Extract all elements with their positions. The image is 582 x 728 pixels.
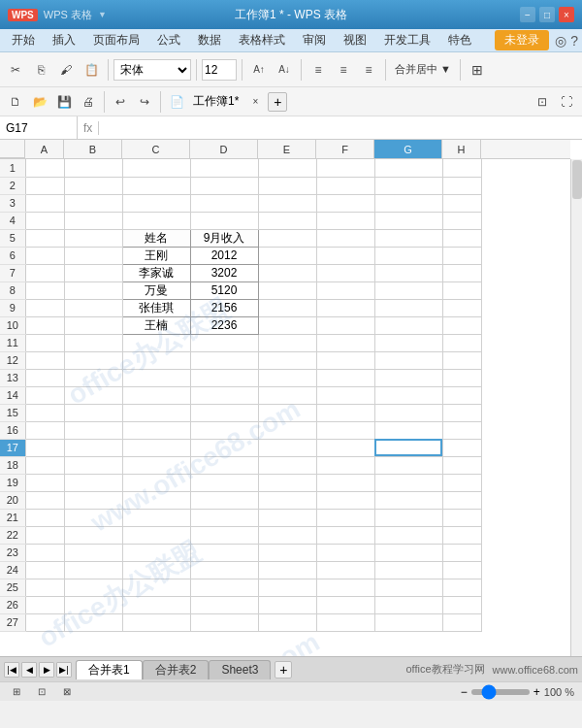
dropdown-icon[interactable]: ▼ (98, 10, 107, 19)
cell-G13[interactable] (374, 369, 442, 386)
cell-C22[interactable] (122, 526, 190, 544)
cell-H6[interactable] (442, 247, 481, 264)
cell-H7[interactable] (442, 264, 481, 281)
cell-H22[interactable] (442, 526, 481, 544)
cell-H15[interactable] (442, 404, 481, 421)
row-num-8[interactable]: 8 (0, 281, 25, 299)
font-grow-button[interactable]: A↑ (247, 58, 271, 82)
cell-A22[interactable] (25, 526, 64, 544)
cell-H23[interactable] (442, 544, 481, 561)
cell-C6[interactable]: 王刚 (122, 247, 190, 264)
col-header-A[interactable]: A (25, 140, 64, 158)
cell-B7[interactable] (64, 264, 122, 281)
col-header-G[interactable]: G (374, 140, 442, 158)
cell-A26[interactable] (25, 596, 64, 613)
cell-D17[interactable] (190, 439, 258, 456)
cell-C12[interactable] (122, 351, 190, 369)
row-num-5[interactable]: 5 (0, 229, 25, 247)
close-button[interactable]: × (559, 7, 574, 22)
cell-H13[interactable] (442, 369, 481, 386)
cell-A4[interactable] (25, 212, 64, 229)
sheet-nav-last[interactable]: ▶| (56, 662, 72, 678)
border-button[interactable]: ⊞ (466, 58, 489, 82)
row-num-14[interactable]: 14 (0, 386, 25, 404)
cell-A23[interactable] (25, 544, 64, 561)
col-header-E[interactable]: E (258, 140, 316, 158)
cell-E14[interactable] (258, 386, 316, 404)
cell-H17[interactable] (442, 439, 481, 456)
font-size-input[interactable] (202, 59, 237, 81)
cell-C3[interactable] (122, 194, 190, 212)
cell-E4[interactable] (258, 212, 316, 229)
cell-A25[interactable] (25, 579, 64, 596)
cell-F24[interactable] (316, 561, 374, 579)
menu-data[interactable]: 数据 (190, 30, 229, 50)
row-num-26[interactable]: 26 (0, 596, 25, 613)
cell-F4[interactable] (316, 212, 374, 229)
cell-G10[interactable] (374, 316, 442, 334)
cell-B23[interactable] (64, 544, 122, 561)
cell-D2[interactable] (190, 177, 258, 194)
cell-F11[interactable] (316, 334, 374, 351)
cell-B22[interactable] (64, 526, 122, 544)
cell-B13[interactable] (64, 369, 122, 386)
row-num-15[interactable]: 15 (0, 404, 25, 421)
format-painter-button[interactable]: 🖌 (54, 58, 78, 82)
cell-F15[interactable] (316, 404, 374, 421)
row-num-18[interactable]: 18 (0, 456, 25, 474)
cell-H20[interactable] (442, 491, 481, 509)
cell-F20[interactable] (316, 491, 374, 509)
cell-F10[interactable] (316, 316, 374, 334)
cell-E5[interactable] (258, 229, 316, 247)
cell-D21[interactable] (190, 509, 258, 526)
cell-G22[interactable] (374, 526, 442, 544)
cell-E1[interactable] (258, 159, 316, 177)
cell-D22[interactable] (190, 526, 258, 544)
cell-G2[interactable] (374, 177, 442, 194)
cell-H25[interactable] (442, 579, 481, 596)
status-icon3[interactable]: ⊠ (58, 683, 76, 701)
row-num-24[interactable]: 24 (0, 561, 25, 579)
cell-F12[interactable] (316, 351, 374, 369)
sheet-add-button[interactable]: + (275, 661, 292, 678)
cell-E17[interactable] (258, 439, 316, 456)
font-selector[interactable]: 宋体 (113, 59, 191, 81)
cell-D6[interactable]: 2012 (190, 247, 258, 264)
minimize-button[interactable]: − (520, 7, 535, 22)
cell-G20[interactable] (374, 491, 442, 509)
cell-H3[interactable] (442, 194, 481, 212)
sheet-nav-first[interactable]: |◀ (4, 662, 19, 678)
cell-G6[interactable] (374, 247, 442, 264)
row-num-7[interactable]: 7 (0, 264, 25, 281)
zoom-out-button[interactable]: − (461, 685, 468, 699)
cell-E18[interactable] (258, 456, 316, 474)
cell-E2[interactable] (258, 177, 316, 194)
menu-view[interactable]: 视图 (336, 30, 374, 50)
cell-F25[interactable] (316, 579, 374, 596)
cell-E26[interactable] (258, 596, 316, 613)
cell-A18[interactable] (25, 456, 64, 474)
cell-D25[interactable] (190, 579, 258, 596)
cell-B6[interactable] (64, 247, 122, 264)
row-num-11[interactable]: 11 (0, 334, 25, 351)
cell-G21[interactable] (374, 509, 442, 526)
help-icon[interactable]: ? (570, 33, 578, 49)
row-num-10[interactable]: 10 (0, 316, 25, 334)
cell-B16[interactable] (64, 421, 122, 439)
cell-G1[interactable] (374, 159, 442, 177)
menu-page-layout[interactable]: 页面布局 (85, 30, 147, 50)
sheet-tab-0[interactable]: 合并表1 (76, 660, 143, 679)
cell-E19[interactable] (258, 474, 316, 491)
cell-C1[interactable] (122, 159, 190, 177)
cell-F2[interactable] (316, 177, 374, 194)
cell-A24[interactable] (25, 561, 64, 579)
cell-H1[interactable] (442, 159, 481, 177)
cell-C4[interactable] (122, 212, 190, 229)
cell-F7[interactable] (316, 264, 374, 281)
cell-B25[interactable] (64, 579, 122, 596)
row-num-20[interactable]: 20 (0, 491, 25, 509)
cell-B19[interactable] (64, 474, 122, 491)
col-header-B[interactable]: B (64, 140, 122, 158)
merge-center-button[interactable]: 合并居中 ▼ (391, 59, 455, 81)
cell-G26[interactable] (374, 596, 442, 613)
